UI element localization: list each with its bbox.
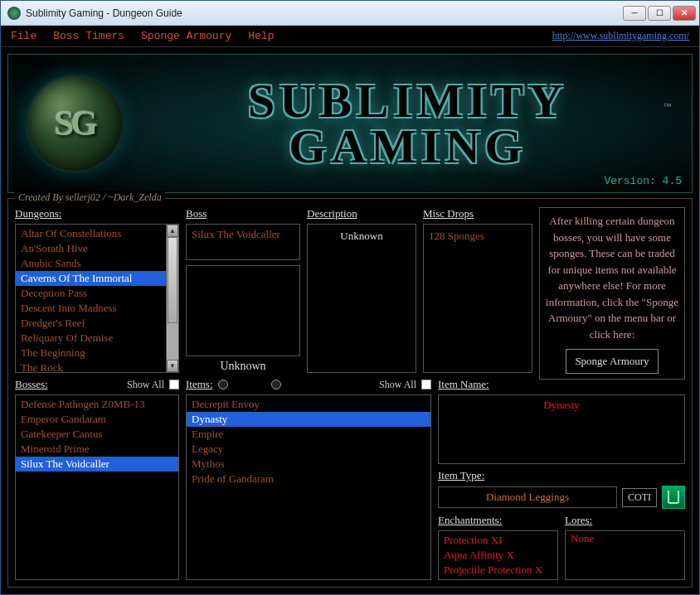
boss-image xyxy=(186,265,300,356)
minimize-button[interactable]: ─ xyxy=(623,6,646,21)
item-icon xyxy=(662,486,685,509)
boss-header: Boss xyxy=(186,207,300,220)
main-frame: Created By sellerj02 / ~Dark_Zelda Dunge… xyxy=(7,198,693,588)
bosses-header: Bosses: xyxy=(15,378,48,391)
list-item[interactable]: Altar Of Constellations xyxy=(16,226,178,241)
list-item[interactable]: Gatekeeper Cantus xyxy=(16,427,178,442)
list-item[interactable]: Mythos xyxy=(187,457,430,472)
items-panel: Items: Show All Decrepit EnvoyDynastyEmp… xyxy=(186,378,431,580)
menu-sponge-armoury[interactable]: Sponge Armoury xyxy=(141,30,231,42)
banner-title: SUBLIMITY GAMING xyxy=(124,78,692,169)
maximize-button[interactable]: ☐ xyxy=(648,6,671,21)
version-label: Version: 4.5 xyxy=(604,175,682,187)
lores-value: None xyxy=(566,531,684,546)
content-area: SG SUBLIMITY GAMING ™ Version: 4.5 Creat… xyxy=(1,47,699,594)
enchantments-header: Enchantments: xyxy=(438,514,558,527)
list-item: Protection XI xyxy=(439,533,557,548)
enchantments-listbox[interactable]: Protection XIAqua Affinity XProjectile P… xyxy=(438,530,558,580)
menu-help[interactable]: Help xyxy=(248,30,274,42)
dungeons-header: Dungeons: xyxy=(15,207,179,220)
scroll-up-icon[interactable]: ▲ xyxy=(167,225,178,237)
dungeons-listbox[interactable]: Altar Of ConstellationsAn'Sorath HiveAnu… xyxy=(15,224,179,373)
menu-boss-timers[interactable]: Boss Timers xyxy=(53,30,124,42)
items-radio-2[interactable] xyxy=(271,380,281,389)
items-listbox[interactable]: Decrepit EnvoyDynastyEmpireLegacyMythosP… xyxy=(186,394,431,580)
description-header: Description xyxy=(307,207,416,220)
lores-panel: Lores: None xyxy=(565,514,685,580)
app-icon xyxy=(7,7,21,20)
list-item[interactable]: Reliquary Of Demise xyxy=(16,331,178,346)
items-radio-1[interactable] xyxy=(218,380,228,389)
list-item[interactable]: Empire xyxy=(187,427,430,442)
bosses-panel: Bosses: Show All Defense Pathogen Z0MB-1… xyxy=(15,378,179,580)
lores-listbox: None xyxy=(565,530,685,580)
list-item[interactable]: Silux The Voidcaller xyxy=(16,457,178,472)
coti-button[interactable]: COTI xyxy=(622,488,657,507)
misc-drops-header: Misc Drops xyxy=(423,207,532,220)
list-item[interactable]: Defense Pathogen Z0MB-13 xyxy=(16,397,178,412)
boss-image-label: Unknown xyxy=(186,360,300,373)
list-item[interactable]: Emperor Gandaram xyxy=(16,412,178,427)
list-item[interactable]: Anubic Sands xyxy=(16,256,178,271)
list-item[interactable]: The Beginning xyxy=(16,346,178,360)
scroll-down-icon[interactable]: ▼ xyxy=(167,360,178,372)
list-item[interactable]: Dynasty xyxy=(187,412,430,427)
window-controls: ─ ☐ ✕ xyxy=(623,6,696,21)
item-name-value: Dynasty xyxy=(438,394,685,464)
description-panel: Description Unknown xyxy=(307,207,416,373)
titlebar: Sublimity Gaming - Dungeon Guide ─ ☐ ✕ xyxy=(1,1,699,26)
created-by-label: Created By sellerj02 / ~Dark_Zelda xyxy=(15,191,165,204)
enchantments-panel: Enchantments: Protection XIAqua Affinity… xyxy=(438,514,558,580)
items-showall-label: Show All xyxy=(379,379,416,391)
info-panel: After killing certain dungeon bosses, yo… xyxy=(539,207,685,373)
description-box: Unknown xyxy=(307,224,416,373)
info-box: After killing certain dungeon bosses, yo… xyxy=(539,207,685,380)
item-type-value: Diamond Leggings xyxy=(438,486,617,508)
list-item[interactable]: Deception Pass xyxy=(16,286,178,301)
bosses-showall-label: Show All xyxy=(127,379,164,391)
list-item[interactable]: Legacy xyxy=(187,442,430,457)
item-detail-panel: Item Name: Dynasty Item Type: Diamond Le… xyxy=(438,378,685,580)
banner-logo: SG xyxy=(25,74,124,173)
trademark-symbol: ™ xyxy=(663,101,672,111)
menu-file[interactable]: File xyxy=(11,30,36,42)
bosses-showall-checkbox[interactable] xyxy=(169,380,179,389)
menubar: File Boss Timers Sponge Armoury Help htt… xyxy=(1,26,699,47)
misc-drops-box: 128 Sponges xyxy=(423,224,532,373)
sponge-armoury-button[interactable]: Sponge Armoury xyxy=(566,349,658,374)
dungeons-scrollbar[interactable]: ▲ ▼ xyxy=(166,225,178,372)
close-button[interactable]: ✕ xyxy=(673,6,696,21)
list-item[interactable]: The Rock xyxy=(16,360,178,373)
list-item: Projectile Protection X xyxy=(439,563,557,578)
bottom-row: Bosses: Show All Defense Pathogen Z0MB-1… xyxy=(15,378,685,580)
bosses-listbox[interactable]: Defense Pathogen Z0MB-13Emperor Gandaram… xyxy=(15,394,179,580)
boss-panel: Boss Silux The Voidcaller Unknown xyxy=(186,207,300,373)
boss-name: Silux The Voidcaller xyxy=(187,225,299,244)
list-item[interactable]: Decrepit Envoy xyxy=(187,397,430,412)
list-item[interactable]: Caverns Of The Immortal xyxy=(16,271,178,286)
misc-drops-panel: Misc Drops 128 Sponges xyxy=(423,207,532,373)
items-showall-checkbox[interactable] xyxy=(421,380,431,389)
dungeons-panel: Dungeons: Altar Of ConstellationsAn'Sora… xyxy=(15,207,179,373)
list-item[interactable]: Descent Into Madness xyxy=(16,301,178,316)
banner: SG SUBLIMITY GAMING ™ Version: 4.5 xyxy=(7,54,693,193)
lores-header: Lores: xyxy=(565,514,685,527)
list-item[interactable]: An'Sorath Hive xyxy=(16,241,178,256)
top-row: Dungeons: Altar Of ConstellationsAn'Sora… xyxy=(15,207,685,373)
list-item[interactable]: Dredger's Reef xyxy=(16,316,178,331)
boss-name-box: Silux The Voidcaller xyxy=(186,224,300,260)
list-item[interactable]: Pride of Gandaram xyxy=(187,472,430,486)
info-text: After killing certain dungeon bosses, yo… xyxy=(546,215,678,341)
window-title: Sublimity Gaming - Dungeon Guide xyxy=(26,7,623,19)
website-link[interactable]: http://www.sublimitygaming.com/ xyxy=(552,30,689,42)
item-name-header: Item Name: xyxy=(438,378,685,391)
list-item[interactable]: Mineroid Prime xyxy=(16,442,178,457)
items-header: Items: xyxy=(186,378,213,391)
list-item: Aqua Affinity X xyxy=(439,548,557,563)
app-window: Sublimity Gaming - Dungeon Guide ─ ☐ ✕ F… xyxy=(0,0,700,595)
item-type-header: Item Type: xyxy=(438,469,685,482)
